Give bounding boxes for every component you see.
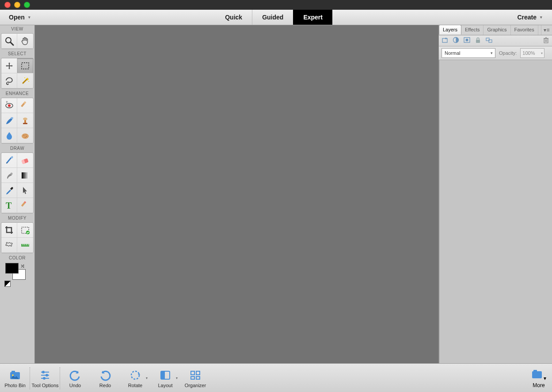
redo-button[interactable]: Redo: [90, 364, 120, 392]
open-menu[interactable]: Open ▾: [5, 14, 34, 21]
stamp-tool[interactable]: [17, 113, 33, 128]
photobin-button[interactable]: Photo Bin: [0, 364, 30, 392]
straighten-tool[interactable]: [17, 238, 33, 253]
mode-tab-quick[interactable]: Quick: [215, 10, 252, 25]
brush-tool[interactable]: [1, 153, 17, 168]
foreground-color[interactable]: [5, 263, 19, 274]
type-tool[interactable]: [1, 198, 17, 213]
chevron-down-icon: ▾: [491, 51, 493, 55]
photobin-label: Photo Bin: [4, 383, 26, 388]
hand-icon: [20, 36, 30, 46]
recompose-tool[interactable]: [17, 223, 33, 238]
pencil-tool[interactable]: [17, 198, 33, 213]
marquee-icon: [20, 61, 30, 71]
adjustment-button[interactable]: [453, 37, 459, 45]
cookie-tool[interactable]: [1, 238, 17, 253]
rotate-label: Rotate: [128, 383, 142, 388]
mode-tab-guided[interactable]: Guided: [252, 10, 293, 25]
lock-button[interactable]: [475, 37, 481, 45]
layer-action-row: [439, 35, 552, 46]
whiten-tool[interactable]: [17, 98, 33, 113]
eraser-tool[interactable]: [17, 153, 33, 168]
brush-heal-tool[interactable]: [1, 113, 17, 128]
whiten-icon: [20, 101, 30, 110]
panel-tab-favorites[interactable]: Favorites: [511, 25, 538, 35]
eyedropper-tool[interactable]: [1, 183, 17, 198]
blur-icon: [4, 131, 14, 141]
tooloptions-button[interactable]: Tool Options: [30, 364, 60, 392]
gradient-tool[interactable]: [17, 168, 33, 183]
rotate-button[interactable]: Rotate▾: [120, 364, 150, 392]
panel-tab-effects[interactable]: Effects: [461, 25, 483, 35]
organizer-button[interactable]: Organizer: [180, 364, 210, 392]
minimize-window-button[interactable]: [14, 2, 20, 8]
lasso-icon: [4, 76, 14, 86]
move-icon: [4, 61, 14, 71]
close-window-button[interactable]: [4, 2, 11, 8]
color-swatch[interactable]: ⤭: [4, 263, 30, 287]
canvas-area[interactable]: [35, 25, 438, 363]
chevron-down-icon: ▾: [176, 376, 178, 380]
eraser-icon: [20, 156, 30, 165]
menu-icon: ▾≡: [544, 27, 549, 33]
undo-icon: [69, 369, 81, 381]
rotate-icon: [129, 369, 141, 381]
pencil-icon: [20, 201, 30, 210]
marquee-tool[interactable]: [17, 58, 33, 73]
magic-wand-tool[interactable]: [17, 73, 33, 88]
opacity-field[interactable]: 100% ▾: [520, 48, 544, 58]
straighten-icon: [20, 240, 30, 250]
bottom-bar: Photo BinTool OptionsUndoRedoRotate▾Layo…: [0, 363, 552, 392]
new-layer-button[interactable]: [442, 37, 448, 45]
more-button[interactable]: ▾More: [525, 369, 552, 388]
redo-icon: [99, 369, 111, 381]
folder-icon: [531, 369, 543, 380]
zoom-window-button[interactable]: [24, 2, 30, 8]
pointer-icon: [20, 186, 30, 195]
delete-layer-button[interactable]: [543, 37, 549, 45]
mask-button[interactable]: [464, 37, 470, 45]
zoom-tool[interactable]: [1, 34, 17, 49]
brush-icon: [4, 156, 14, 165]
panel-menu-button[interactable]: ▾≡: [541, 25, 552, 35]
default-colors-icon[interactable]: [4, 281, 11, 287]
pointer-tool[interactable]: [17, 183, 33, 198]
tool-group: [1, 58, 34, 89]
mode-tab-expert[interactable]: Expert: [293, 10, 332, 25]
mask-icon: [464, 37, 470, 43]
organizer-label: Organizer: [185, 383, 206, 388]
right-panel: LayersEffectsGraphicsFavorites▾≡ Normal …: [438, 25, 552, 363]
layout-label: Layout: [158, 383, 172, 388]
redeye-tool[interactable]: [1, 98, 17, 113]
blur-tool[interactable]: [1, 128, 17, 143]
create-menu[interactable]: Create ▾: [514, 14, 546, 21]
undo-button[interactable]: Undo: [60, 364, 90, 392]
sponge-tool[interactable]: [17, 128, 33, 143]
blend-mode-select[interactable]: Normal ▾: [442, 48, 495, 58]
opacity-value: 100%: [522, 50, 535, 56]
top-bar: Open ▾ QuickGuidedExpert Create ▾: [0, 10, 552, 25]
layers-list[interactable]: [439, 60, 552, 363]
crop-tool[interactable]: [1, 223, 17, 238]
tool-group-header: SELECT: [0, 50, 34, 58]
panel-tab-layers[interactable]: Layers: [439, 25, 461, 34]
sponge-icon: [20, 131, 30, 141]
link-button[interactable]: [486, 37, 492, 45]
tool-group: [1, 98, 34, 144]
smudge-tool[interactable]: [1, 168, 17, 183]
window-titlebar: [0, 0, 552, 10]
crop-icon: [4, 225, 14, 235]
layout-icon: [160, 369, 171, 381]
panel-tab-graphics[interactable]: Graphics: [483, 25, 510, 35]
chevron-down-icon: ▾: [540, 15, 542, 19]
open-label: Open: [9, 14, 25, 21]
hand-tool[interactable]: [17, 34, 33, 49]
chevron-down-icon: ▾: [28, 15, 30, 19]
photobin-icon: [9, 369, 21, 381]
lasso-tool[interactable]: [1, 73, 17, 88]
layout-button[interactable]: Layout▾: [150, 364, 180, 392]
swap-colors-icon[interactable]: ⤭: [20, 263, 25, 269]
new-layer-icon: [442, 37, 448, 43]
move-tool[interactable]: [1, 58, 17, 73]
stamp-icon: [20, 116, 30, 126]
